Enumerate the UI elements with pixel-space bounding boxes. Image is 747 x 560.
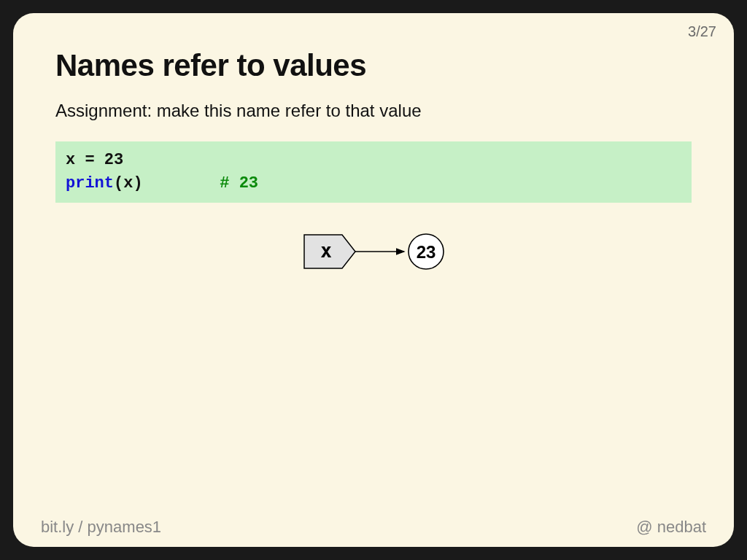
name-value-diagram: x 23: [55, 226, 692, 280]
footer-link-path: pynames1: [88, 518, 162, 536]
code-comment: # 23: [220, 174, 258, 192]
footer-right: @ nedbat: [636, 518, 706, 537]
slide-footer: bit.ly / pynames1 @ nedbat: [41, 518, 706, 537]
footer-handle: nedbat: [653, 518, 706, 536]
name-tag-label: x: [320, 240, 332, 262]
slide-title: Names refer to values: [55, 48, 692, 83]
diagram-svg: x 23: [264, 226, 483, 277]
slide-subtitle: Assignment: make this name refer to that…: [55, 101, 692, 121]
page-counter: 3/27: [688, 23, 716, 40]
code-block: x = 23 print(x) # 23: [55, 141, 692, 203]
value-circle-label: 23: [417, 242, 436, 262]
footer-left: bit.ly / pynames1: [41, 518, 161, 537]
slide: 3/27 Names refer to values Assignment: m…: [13, 13, 734, 547]
code-builtin-print: print: [66, 174, 114, 192]
code-padding: [143, 174, 220, 192]
code-line-1: x = 23: [66, 151, 123, 169]
footer-link-sep: /: [74, 518, 87, 536]
footer-link-host: bit.ly: [41, 518, 74, 536]
code-call-args: (x): [114, 174, 143, 192]
footer-at-icon: @: [636, 518, 652, 536]
